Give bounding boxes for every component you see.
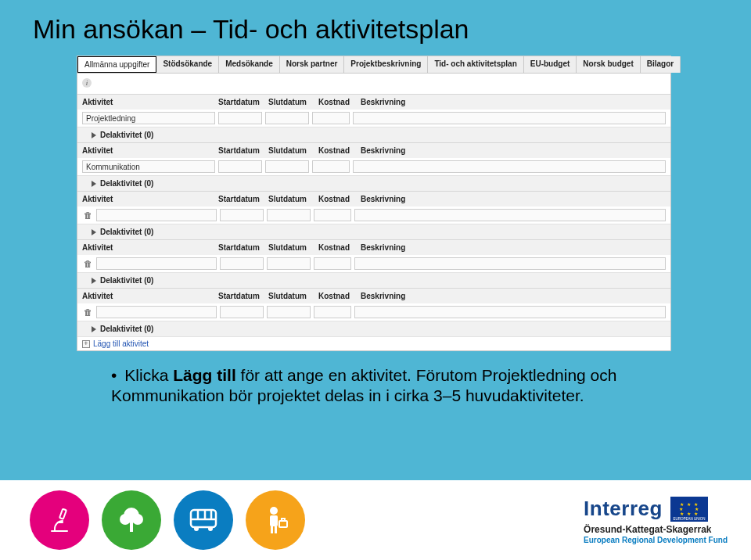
- subactivity-label: Delaktivitet (0): [100, 179, 153, 188]
- activity-name-input[interactable]: [82, 160, 215, 173]
- activity-name-input[interactable]: [96, 306, 217, 318]
- enddate-input[interactable]: [267, 257, 311, 270]
- instruction-text: •Klicka Lägg till för att ange en aktivi…: [111, 365, 659, 407]
- col-aktivitet: Aktivitet: [82, 292, 218, 300]
- svg-rect-1: [59, 509, 66, 519]
- startdate-input[interactable]: [220, 257, 264, 270]
- enddate-input[interactable]: [265, 160, 309, 173]
- col-slutdatum: Slutdatum: [268, 292, 318, 300]
- col-startdatum: Startdatum: [218, 243, 268, 252]
- activity-row: 🗑: [77, 206, 670, 224]
- col-kostnad: Kostnad: [318, 98, 361, 106]
- add-activity-link[interactable]: + Lägg till aktivitet: [77, 336, 670, 350]
- description-input[interactable]: [354, 257, 666, 270]
- logo-brand-text: Interreg: [584, 497, 663, 521]
- activity-name-input[interactable]: [82, 112, 215, 124]
- cost-input[interactable]: [312, 160, 350, 173]
- tab-eu-budget[interactable]: EU-budget: [524, 56, 577, 73]
- col-aktivitet: Aktivitet: [82, 146, 218, 155]
- person-briefcase-icon: [246, 490, 305, 550]
- chevron-right-icon: [92, 132, 96, 138]
- subactivity-toggle[interactable]: Delaktivitet (0): [77, 272, 670, 288]
- info-icon[interactable]: i: [82, 78, 92, 88]
- subactivity-toggle[interactable]: Delaktivitet (0): [77, 127, 670, 142]
- col-beskrivning: Beskrivning: [361, 98, 666, 106]
- col-startdatum: Startdatum: [218, 146, 268, 155]
- startdate-input[interactable]: [218, 112, 262, 124]
- col-kostnad: Kostnad: [318, 292, 361, 300]
- col-aktivitet: Aktivitet: [82, 243, 218, 252]
- activity-name-input[interactable]: [96, 257, 217, 270]
- column-header-row: Aktivitet Startdatum Slutdatum Kostnad B…: [77, 239, 670, 255]
- tab-norsk-partner[interactable]: Norsk partner: [280, 56, 345, 73]
- startdate-input[interactable]: [218, 160, 262, 173]
- column-header-row: Aktivitet Startdatum Slutdatum Kostnad B…: [77, 94, 670, 109]
- eu-flag-icon: ★ ★ ★ ★ ★ ★ ★ ★ EUROPEAN UNION: [670, 497, 708, 522]
- col-slutdatum: Slutdatum: [268, 195, 318, 203]
- subactivity-label: Delaktivitet (0): [100, 276, 153, 285]
- cost-input[interactable]: [314, 306, 351, 318]
- svg-rect-15: [270, 515, 278, 526]
- subactivity-toggle[interactable]: Delaktivitet (0): [77, 321, 670, 336]
- col-kostnad: Kostnad: [318, 243, 361, 252]
- col-aktivitet: Aktivitet: [82, 195, 218, 203]
- col-startdatum: Startdatum: [218, 292, 268, 300]
- tab-projektbeskrivning[interactable]: Projektbeskrivning: [344, 56, 428, 73]
- description-input[interactable]: [353, 160, 666, 173]
- app-panel: Allmänna uppgifter Stödsökande Medsökand…: [77, 56, 671, 351]
- tab-allmanna[interactable]: Allmänna uppgifter: [77, 56, 156, 73]
- svg-rect-19: [282, 519, 285, 521]
- enddate-input[interactable]: [265, 112, 309, 124]
- trash-icon[interactable]: 🗑: [82, 210, 93, 220]
- svg-point-14: [270, 507, 278, 515]
- tab-tid-aktivitetsplan[interactable]: Tid- och aktivitetsplan: [428, 56, 523, 73]
- svg-rect-16: [271, 526, 273, 533]
- col-slutdatum: Slutdatum: [268, 98, 318, 106]
- tree-icon: [102, 490, 161, 550]
- tab-norsk-budget[interactable]: Norsk budget: [577, 56, 640, 73]
- tab-bar: Allmänna uppgifter Stödsökande Medsökand…: [77, 56, 670, 74]
- activity-row: [77, 158, 670, 175]
- plus-icon: +: [82, 340, 90, 348]
- col-beskrivning: Beskrivning: [361, 243, 666, 252]
- tab-stodsokande[interactable]: Stödsökande: [156, 56, 219, 73]
- column-header-row: Aktivitet Startdatum Slutdatum Kostnad B…: [77, 142, 670, 158]
- col-beskrivning: Beskrivning: [361, 146, 666, 155]
- trash-icon[interactable]: 🗑: [82, 307, 93, 317]
- col-aktivitet: Aktivitet: [82, 98, 218, 106]
- description-input[interactable]: [354, 306, 666, 318]
- chevron-right-icon: [92, 181, 96, 187]
- svg-point-12: [194, 526, 199, 531]
- trash-icon[interactable]: 🗑: [82, 259, 93, 268]
- svg-rect-6: [130, 521, 133, 532]
- subactivity-label: Delaktivitet (0): [100, 228, 153, 236]
- activity-row: [77, 109, 670, 127]
- interreg-logo: Interreg ★ ★ ★ ★ ★ ★ ★ ★ EUROPEAN UNION …: [584, 497, 728, 544]
- enddate-input[interactable]: [267, 209, 311, 221]
- tab-medsokande[interactable]: Medsökande: [219, 56, 280, 73]
- svg-point-13: [208, 526, 213, 531]
- col-kostnad: Kostnad: [318, 146, 361, 155]
- startdate-input[interactable]: [220, 209, 264, 221]
- enddate-input[interactable]: [267, 306, 311, 318]
- cost-input[interactable]: [312, 112, 350, 124]
- col-kostnad: Kostnad: [318, 195, 361, 203]
- description-input[interactable]: [354, 209, 666, 221]
- col-beskrivning: Beskrivning: [361, 195, 666, 203]
- description-input[interactable]: [353, 112, 666, 124]
- svg-point-5: [132, 514, 143, 525]
- subactivity-toggle[interactable]: Delaktivitet (0): [77, 224, 670, 239]
- svg-rect-17: [275, 526, 277, 533]
- startdate-input[interactable]: [220, 306, 264, 318]
- activity-row: 🗑: [77, 303, 670, 321]
- cost-input[interactable]: [314, 209, 351, 221]
- cost-input[interactable]: [314, 257, 351, 270]
- svg-point-4: [120, 514, 131, 525]
- subactivity-toggle[interactable]: Delaktivitet (0): [77, 175, 670, 191]
- activity-name-input[interactable]: [96, 209, 217, 221]
- activity-row: 🗑: [77, 255, 670, 272]
- col-slutdatum: Slutdatum: [268, 243, 318, 252]
- tab-bilagor[interactable]: Bilagor: [641, 56, 681, 73]
- bus-icon: [174, 490, 233, 550]
- chevron-right-icon: [92, 229, 96, 235]
